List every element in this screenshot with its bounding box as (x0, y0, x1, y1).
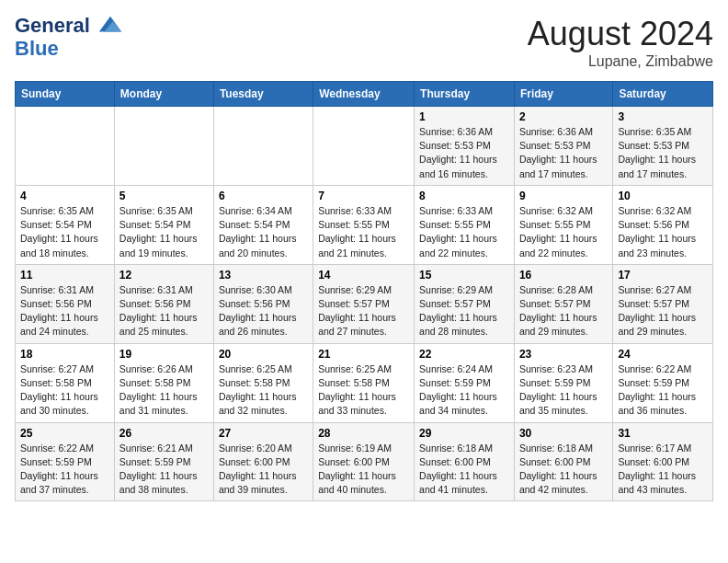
calendar-cell: 31Sunrise: 6:17 AM Sunset: 6:00 PM Dayli… (613, 422, 713, 501)
calendar-cell: 29Sunrise: 6:18 AM Sunset: 6:00 PM Dayli… (415, 422, 515, 501)
logo: General Blue (15, 15, 123, 60)
day-number: 18 (20, 348, 109, 361)
day-number: 19 (119, 348, 209, 361)
day-number: 21 (318, 348, 409, 361)
day-number: 29 (419, 427, 509, 440)
calendar-cell: 12Sunrise: 6:31 AM Sunset: 5:56 PM Dayli… (114, 264, 213, 343)
day-number: 9 (519, 190, 608, 202)
page-header: General Blue August 2024 Lupane, Zimbabw… (15, 15, 713, 70)
day-number: 28 (318, 427, 409, 440)
day-number: 10 (618, 190, 708, 202)
day-number: 27 (219, 427, 308, 440)
calendar-cell: 16Sunrise: 6:28 AM Sunset: 5:57 PM Dayli… (514, 264, 612, 343)
day-number: 31 (618, 427, 708, 440)
day-info: Sunrise: 6:29 AM Sunset: 5:57 PM Dayligh… (419, 283, 509, 339)
day-number: 11 (20, 269, 109, 282)
day-number: 1 (419, 110, 509, 123)
calendar-cell: 18Sunrise: 6:27 AM Sunset: 5:58 PM Dayli… (16, 343, 115, 422)
day-info: Sunrise: 6:23 AM Sunset: 5:59 PM Dayligh… (519, 362, 608, 419)
day-info: Sunrise: 6:27 AM Sunset: 5:57 PM Dayligh… (618, 283, 708, 339)
calendar-cell: 6Sunrise: 6:34 AM Sunset: 5:54 PM Daylig… (213, 185, 313, 264)
calendar-cell: 9Sunrise: 6:32 AM Sunset: 5:55 PM Daylig… (514, 185, 612, 264)
day-info: Sunrise: 6:20 AM Sunset: 6:00 PM Dayligh… (219, 442, 308, 498)
calendar-cell: 10Sunrise: 6:32 AM Sunset: 5:56 PM Dayli… (613, 185, 713, 264)
day-info: Sunrise: 6:19 AM Sunset: 6:00 PM Dayligh… (318, 442, 409, 498)
day-number: 4 (20, 190, 109, 202)
day-number: 24 (618, 348, 708, 361)
day-info: Sunrise: 6:31 AM Sunset: 5:56 PM Dayligh… (20, 283, 109, 339)
day-info: Sunrise: 6:28 AM Sunset: 5:57 PM Dayligh… (519, 283, 608, 339)
day-number: 8 (419, 190, 509, 202)
day-info: Sunrise: 6:29 AM Sunset: 5:57 PM Dayligh… (318, 283, 409, 339)
day-info: Sunrise: 6:31 AM Sunset: 5:56 PM Dayligh… (119, 283, 209, 339)
dow-header: Thursday (415, 82, 515, 107)
location: Lupane, Zimbabwe (528, 53, 713, 70)
day-info: Sunrise: 6:35 AM Sunset: 5:54 PM Dayligh… (20, 204, 109, 260)
day-number: 30 (519, 427, 608, 440)
calendar-cell: 25Sunrise: 6:22 AM Sunset: 5:59 PM Dayli… (16, 422, 115, 501)
calendar-cell: 1Sunrise: 6:36 AM Sunset: 5:53 PM Daylig… (415, 107, 515, 186)
calendar-cell (114, 107, 213, 186)
calendar-cell: 26Sunrise: 6:21 AM Sunset: 5:59 PM Dayli… (114, 422, 213, 501)
calendar-cell: 17Sunrise: 6:27 AM Sunset: 5:57 PM Dayli… (613, 264, 713, 343)
day-number: 5 (119, 190, 209, 202)
calendar-cell (213, 107, 313, 186)
logo-icon (97, 12, 123, 38)
dow-header: Sunday (16, 82, 115, 107)
day-info: Sunrise: 6:26 AM Sunset: 5:58 PM Dayligh… (119, 362, 209, 419)
calendar-cell: 23Sunrise: 6:23 AM Sunset: 5:59 PM Dayli… (514, 343, 612, 422)
calendar-cell: 3Sunrise: 6:35 AM Sunset: 5:53 PM Daylig… (613, 107, 713, 186)
day-info: Sunrise: 6:32 AM Sunset: 5:55 PM Dayligh… (519, 204, 608, 260)
day-number: 14 (318, 269, 409, 282)
calendar-cell: 20Sunrise: 6:25 AM Sunset: 5:58 PM Dayli… (213, 343, 313, 422)
calendar-cell: 28Sunrise: 6:19 AM Sunset: 6:00 PM Dayli… (313, 422, 415, 501)
day-info: Sunrise: 6:30 AM Sunset: 5:56 PM Dayligh… (219, 283, 308, 339)
day-info: Sunrise: 6:25 AM Sunset: 5:58 PM Dayligh… (318, 362, 409, 419)
calendar-cell: 15Sunrise: 6:29 AM Sunset: 5:57 PM Dayli… (415, 264, 515, 343)
calendar-cell (16, 107, 115, 186)
calendar-cell: 13Sunrise: 6:30 AM Sunset: 5:56 PM Dayli… (213, 264, 313, 343)
day-number: 6 (219, 190, 308, 202)
dow-header: Tuesday (213, 82, 313, 107)
day-info: Sunrise: 6:21 AM Sunset: 5:59 PM Dayligh… (119, 442, 209, 498)
day-info: Sunrise: 6:35 AM Sunset: 5:54 PM Dayligh… (119, 204, 209, 260)
title-block: August 2024 Lupane, Zimbabwe (528, 15, 713, 70)
dow-header: Wednesday (313, 82, 415, 107)
calendar-cell: 8Sunrise: 6:33 AM Sunset: 5:55 PM Daylig… (415, 185, 515, 264)
day-number: 17 (618, 269, 708, 282)
calendar-table: SundayMondayTuesdayWednesdayThursdayFrid… (15, 81, 713, 501)
day-info: Sunrise: 6:18 AM Sunset: 6:00 PM Dayligh… (419, 442, 509, 498)
day-number: 20 (219, 348, 308, 361)
day-number: 15 (419, 269, 509, 282)
calendar-cell: 19Sunrise: 6:26 AM Sunset: 5:58 PM Dayli… (114, 343, 213, 422)
day-number: 23 (519, 348, 608, 361)
calendar-cell: 30Sunrise: 6:18 AM Sunset: 6:00 PM Dayli… (514, 422, 612, 501)
day-info: Sunrise: 6:34 AM Sunset: 5:54 PM Dayligh… (219, 204, 308, 260)
month-year: August 2024 (528, 15, 713, 53)
day-info: Sunrise: 6:17 AM Sunset: 6:00 PM Dayligh… (618, 442, 708, 498)
calendar-cell: 21Sunrise: 6:25 AM Sunset: 5:58 PM Dayli… (313, 343, 415, 422)
day-number: 13 (219, 269, 308, 282)
day-number: 12 (119, 269, 209, 282)
dow-header: Monday (114, 82, 213, 107)
day-info: Sunrise: 6:22 AM Sunset: 5:59 PM Dayligh… (618, 362, 708, 419)
day-info: Sunrise: 6:36 AM Sunset: 5:53 PM Dayligh… (519, 125, 608, 181)
logo-text: General (15, 15, 123, 38)
calendar-cell: 4Sunrise: 6:35 AM Sunset: 5:54 PM Daylig… (16, 185, 115, 264)
day-info: Sunrise: 6:33 AM Sunset: 5:55 PM Dayligh… (318, 204, 409, 260)
day-info: Sunrise: 6:22 AM Sunset: 5:59 PM Dayligh… (20, 442, 109, 498)
dow-header: Saturday (613, 82, 713, 107)
calendar-cell: 27Sunrise: 6:20 AM Sunset: 6:00 PM Dayli… (213, 422, 313, 501)
day-number: 26 (119, 427, 209, 440)
day-number: 22 (419, 348, 509, 361)
day-number: 2 (519, 110, 608, 123)
calendar-cell: 5Sunrise: 6:35 AM Sunset: 5:54 PM Daylig… (114, 185, 213, 264)
day-number: 16 (519, 269, 608, 282)
calendar-cell (313, 107, 415, 186)
day-number: 3 (618, 110, 708, 123)
day-info: Sunrise: 6:33 AM Sunset: 5:55 PM Dayligh… (419, 204, 509, 260)
day-info: Sunrise: 6:25 AM Sunset: 5:58 PM Dayligh… (219, 362, 308, 419)
day-number: 25 (20, 427, 109, 440)
day-info: Sunrise: 6:36 AM Sunset: 5:53 PM Dayligh… (419, 125, 509, 181)
dow-header: Friday (514, 82, 612, 107)
